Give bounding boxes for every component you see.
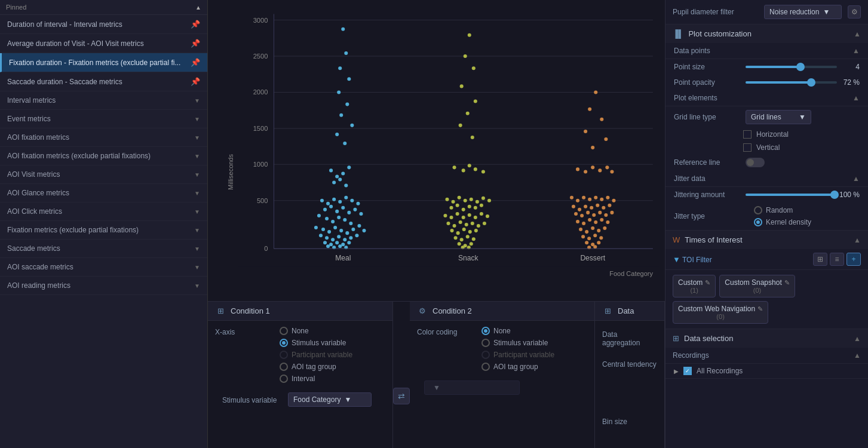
svg-point-79 — [464, 54, 467, 58]
svg-text:1000: 1000 — [253, 161, 268, 168]
pupil-filter-row: Pupil diameter filter Noise reduction ▼ … — [665, 0, 868, 24]
sidebar-category-saccade[interactable]: Saccade metrics ▼ — [0, 240, 207, 258]
xaxis-none-radio[interactable] — [280, 327, 288, 335]
cc-participant-radio[interactable] — [481, 351, 490, 359]
toi-card-snapshot-edit-icon[interactable]: ✎ — [784, 279, 790, 287]
xaxis-none[interactable]: None — [280, 327, 352, 335]
plot-customization-collapse[interactable]: ▲ — [854, 30, 861, 38]
pinned-item-2[interactable]: Average duration of Visit - AOI Visit me… — [0, 34, 207, 53]
svg-point-124 — [474, 229, 478, 232]
svg-point-101 — [462, 208, 465, 211]
sidebar-category-event-metrics[interactable]: Event metrics ▼ — [0, 110, 207, 128]
svg-point-63 — [331, 238, 335, 241]
reference-line-toggle[interactable] — [746, 158, 765, 167]
cc-stimulus-radio[interactable] — [481, 339, 490, 347]
svg-point-140 — [591, 146, 594, 149]
svg-point-37 — [350, 199, 354, 202]
pin-icon-1[interactable]: 📌 — [191, 20, 200, 29]
svg-point-26 — [347, 165, 351, 169]
pin-icon-2[interactable]: 📌 — [191, 39, 200, 48]
cc-dropdown[interactable]: ▼ — [424, 381, 520, 395]
xaxis-stimulus[interactable]: Stimulus variable — [280, 339, 352, 347]
stimulus-dropdown[interactable]: Food Category ▼ — [288, 392, 372, 407]
xaxis-participant-radio[interactable] — [280, 351, 288, 359]
cat-chevron-7: ▼ — [194, 227, 200, 234]
jittering-thumb[interactable] — [830, 191, 839, 199]
cc-aoi[interactable]: AOI tag group — [481, 363, 554, 371]
sidebar-category-aoi-fixation-exclude[interactable]: AOI fixation metrics (exclude partial fi… — [0, 147, 207, 165]
plot-customization-header-left: ▐▌ Plot customization — [673, 29, 752, 38]
all-recordings-item[interactable]: ▶ ✓ All Recordings — [665, 364, 868, 378]
swap-button[interactable]: ⇄ — [393, 388, 410, 404]
svg-point-182 — [593, 234, 597, 237]
xaxis-aoi-radio[interactable] — [280, 363, 288, 371]
pin-icon-3[interactable]: 📌 — [191, 58, 200, 67]
recordings-collapse[interactable]: ▲ — [854, 351, 861, 360]
cc-stimulus[interactable]: Stimulus variable — [481, 339, 554, 347]
sidebar-category-aoi-visit[interactable]: AOI Visit metrics ▼ — [0, 165, 207, 184]
pin-icon-4[interactable]: 📌 — [191, 77, 200, 86]
svg-point-177 — [591, 226, 594, 230]
sidebar-category-aoi-click[interactable]: AOI Click metrics ▼ — [0, 202, 207, 221]
cc-none[interactable]: None — [481, 327, 554, 335]
jitter-kernel[interactable]: Kernel density — [754, 218, 811, 226]
svg-point-70 — [335, 241, 339, 244]
cat-chevron-6: ▼ — [194, 208, 200, 215]
sidebar-category-aoi-glance[interactable]: AOI Glance metrics ▼ — [0, 184, 207, 202]
xaxis-aoi[interactable]: AOI tag group — [280, 363, 352, 371]
jitter-random[interactable]: Random — [754, 206, 811, 214]
toi-card-custom-edit-icon[interactable]: ✎ — [705, 279, 710, 287]
pinned-collapse-icon[interactable]: ▲ — [195, 4, 201, 11]
all-recordings-checkbox[interactable]: ✓ — [683, 367, 692, 375]
xaxis-interval-radio[interactable] — [280, 375, 288, 383]
jitter-data-collapse[interactable]: ▲ — [852, 174, 860, 183]
toi-card-snapshot[interactable]: Custom Snapshot ✎ (0) — [719, 275, 795, 297]
grid-line-dropdown[interactable]: Grid lines ▼ — [746, 110, 811, 124]
svg-point-93 — [458, 196, 461, 200]
plot-elements-collapse[interactable]: ▲ — [852, 94, 860, 102]
data-points-collapse[interactable]: ▲ — [852, 47, 860, 55]
cc-aoi-radio[interactable] — [481, 363, 490, 371]
sidebar-category-aoi-fixation[interactable]: AOI fixation metrics ▼ — [0, 128, 207, 147]
sidebar-category-interval-metrics[interactable]: Interval metrics ▼ — [0, 91, 207, 110]
svg-point-154 — [612, 199, 615, 202]
pinned-item-3[interactable]: Fixation duration - Fixation metrics (ex… — [0, 53, 207, 72]
toi-add-button[interactable]: + — [846, 253, 861, 266]
xaxis-stimulus-radio[interactable] — [280, 339, 288, 347]
condition2-body: Color coding None Stimulus variable P — [410, 321, 594, 404]
point-opacity-thumb[interactable] — [807, 78, 815, 87]
toi-title: Times of Interest — [685, 235, 742, 244]
data-selection-collapse[interactable]: ▲ — [854, 335, 861, 343]
vertical-checkbox[interactable] — [743, 143, 752, 152]
sidebar-category-fixation-exclude[interactable]: Fixation metrics (exclude partial fixati… — [0, 221, 207, 240]
svg-point-148 — [576, 199, 579, 202]
horizontal-checkbox[interactable] — [743, 130, 752, 139]
recordings-expand-icon[interactable]: ▶ — [674, 368, 679, 375]
sidebar-category-aoi-reading[interactable]: AOI reading metrics ▼ — [0, 277, 207, 295]
cc-none-radio[interactable] — [481, 327, 490, 335]
toi-card-webnavigation-edit-icon[interactable]: ✎ — [757, 305, 763, 313]
xaxis-interval[interactable]: Interval — [280, 375, 352, 383]
pupil-filter-select[interactable]: Noise reduction ▼ — [764, 5, 842, 19]
svg-point-100 — [456, 204, 459, 207]
pupil-gear-button[interactable]: ⚙ — [848, 5, 861, 19]
xaxis-participant[interactable]: Participant variable — [280, 351, 352, 359]
toi-collapse[interactable]: ▲ — [854, 236, 861, 244]
toi-card-webnavigation-label: Custom Web Navigation — [678, 305, 755, 313]
toi-grid-view-button[interactable]: ⊞ — [813, 253, 827, 266]
point-size-thumb[interactable] — [796, 63, 805, 71]
cc-participant[interactable]: Participant variable — [481, 351, 554, 359]
toi-list-view-button[interactable]: ≡ — [830, 253, 844, 266]
jitter-random-radio[interactable] — [754, 206, 762, 214]
y-axis-label: Milliseconds — [227, 154, 234, 190]
toi-card-webnavigation[interactable]: Custom Web Navigation ✎ (0) — [673, 301, 768, 324]
jitter-kernel-radio[interactable] — [754, 218, 762, 226]
sidebar-category-aoi-saccade[interactable]: AOI saccade metrics ▼ — [0, 258, 207, 277]
pinned-item-4[interactable]: Saccade duration - Saccade metrics 📌 — [0, 72, 207, 91]
toi-card-custom-top: Custom ✎ — [678, 278, 710, 287]
reference-line-thumb — [747, 159, 754, 166]
toi-header-left: W Times of Interest — [673, 235, 743, 244]
color-coding-options: None Stimulus variable Participant varia… — [481, 327, 554, 371]
toi-card-custom[interactable]: Custom ✎ (1) — [673, 275, 716, 297]
pinned-item-1[interactable]: Duration of interval - Interval metrics … — [0, 15, 207, 34]
